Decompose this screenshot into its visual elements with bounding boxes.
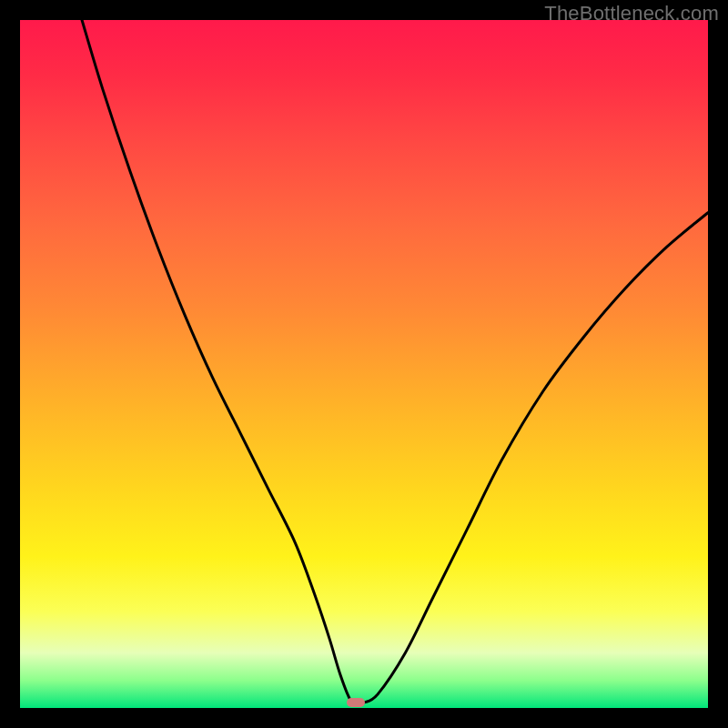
bottleneck-curve-path — [82, 20, 708, 703]
chart-frame: TheBottleneck.com — [0, 0, 728, 728]
curve-svg — [20, 20, 708, 708]
watermark-text: TheBottleneck.com — [544, 2, 719, 25]
plot-area — [20, 20, 708, 708]
min-point-marker — [347, 698, 365, 707]
